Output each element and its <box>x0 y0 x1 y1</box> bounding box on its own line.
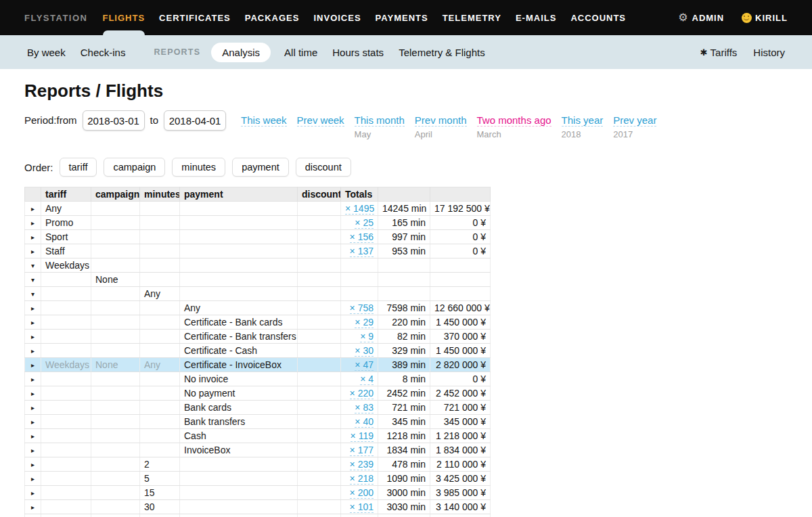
table-row[interactable]: ▸Promo× 25165 min0 ¥ <box>25 216 491 230</box>
table-row[interactable]: ▾Weekdays <box>25 258 491 273</box>
table-row[interactable]: ▸5× 2181090 min3 425 000 ¥ <box>25 472 491 486</box>
table-row[interactable]: ▸Weekends× 4194532 min4 532 500 ¥ <box>25 514 491 517</box>
subnav-item-by-week[interactable]: By week <box>27 47 66 58</box>
table-row[interactable]: ▸Certificate - Cash× 30329 min1 450 000 … <box>25 344 491 358</box>
expand-toggle-icon[interactable]: ▾ <box>25 273 41 287</box>
table-row[interactable]: ▸2× 239478 min2 110 000 ¥ <box>25 457 491 472</box>
table-row[interactable]: ▸Any× 7587598 min12 660 000 ¥ <box>25 301 491 315</box>
count-link[interactable]: × 137 <box>350 246 374 257</box>
expand-toggle-icon[interactable]: ▸ <box>25 457 41 472</box>
expand-toggle-icon[interactable]: ▸ <box>25 216 41 230</box>
expand-toggle-icon[interactable]: ▸ <box>25 443 41 457</box>
table-row[interactable]: ▸WeekdaysNoneAnyCertificate - InvoiceBox… <box>25 358 491 372</box>
order-button-discount[interactable]: discount <box>296 158 351 177</box>
expand-toggle-icon[interactable]: ▸ <box>25 372 41 386</box>
count-link[interactable]: × 200 <box>350 487 374 499</box>
expand-toggle-icon[interactable]: ▸ <box>25 330 41 344</box>
admin-menu[interactable]: ⚙ ADMIN <box>678 12 724 23</box>
count-link[interactable]: × 218 <box>350 473 374 485</box>
expand-toggle-icon[interactable]: ▸ <box>25 230 41 244</box>
topnav-item-packages[interactable]: PACKAGES <box>245 0 300 35</box>
quick-link-label[interactable]: Prev week <box>297 114 344 127</box>
table-row[interactable]: ▸Bank cards× 83721 min721 000 ¥ <box>25 401 491 415</box>
quick-link-label[interactable]: This week <box>241 114 287 127</box>
count-link[interactable]: × 119 <box>351 430 374 442</box>
expand-toggle-icon[interactable]: ▸ <box>25 472 41 486</box>
quick-link-label[interactable]: This year <box>562 114 604 127</box>
table-row[interactable]: ▸Staff× 137953 min0 ¥ <box>25 244 491 258</box>
count-link[interactable]: × 25 <box>355 217 374 229</box>
count-link[interactable]: × 156 <box>350 231 374 243</box>
tab-analysis[interactable]: Analysis <box>211 43 271 62</box>
expand-toggle-icon[interactable]: ▸ <box>25 315 41 330</box>
tariffs-link[interactable]: ✱ Tariffs <box>700 47 738 58</box>
count-link[interactable]: × 40 <box>355 416 374 428</box>
expand-toggle-icon[interactable]: ▾ <box>25 258 41 273</box>
count-link[interactable]: × 101 <box>350 501 374 513</box>
expand-toggle-icon[interactable]: ▸ <box>25 386 41 401</box>
quick-link-label[interactable]: Two months ago <box>477 114 551 127</box>
expand-toggle-icon[interactable]: ▸ <box>25 429 41 443</box>
topnav-item-telemetry[interactable]: TELEMETRY <box>443 0 501 35</box>
count-link[interactable]: × 220 <box>350 388 374 399</box>
table-row[interactable]: ▸Certificate - Bank cards× 29220 min1 45… <box>25 315 491 330</box>
topnav-item-flights[interactable]: FLIGHTS <box>102 0 145 35</box>
topnav-item-e-mails[interactable]: E-MAILS <box>516 0 556 35</box>
table-row[interactable]: ▸Cash× 1191218 min1 218 000 ¥ <box>25 429 491 443</box>
quick-link-label[interactable]: Prev month <box>415 114 467 127</box>
count-link[interactable]: × 1495 <box>345 203 374 215</box>
count-link[interactable]: × 758 <box>350 302 374 314</box>
expand-toggle-icon[interactable]: ▾ <box>25 287 41 301</box>
expand-toggle-icon[interactable]: ▸ <box>25 358 41 372</box>
tab-telemetry-flights[interactable]: Telemetry & Flights <box>397 43 487 62</box>
count-link[interactable]: × 30 <box>355 345 374 357</box>
expand-toggle-icon[interactable]: ▸ <box>25 344 41 358</box>
user-menu[interactable]: KIRILL <box>742 13 788 23</box>
expand-toggle-icon[interactable]: ▸ <box>25 244 41 258</box>
expand-toggle-icon[interactable]: ▸ <box>25 202 41 216</box>
topnav-item-payments[interactable]: PAYMENTS <box>376 0 428 35</box>
subnav-item-check-ins[interactable]: Check-ins <box>81 47 126 58</box>
table-row[interactable]: ▸Certificate - Bank transfers× 982 min37… <box>25 330 491 344</box>
period-to-input[interactable] <box>164 110 226 131</box>
expand-toggle-icon[interactable]: ▸ <box>25 415 41 429</box>
expand-toggle-icon[interactable]: ▸ <box>25 514 41 517</box>
expand-toggle-icon[interactable]: ▸ <box>25 486 41 500</box>
count-link[interactable]: × 177 <box>350 445 374 456</box>
totals-column-header: Totals <box>341 187 378 202</box>
count-link[interactable]: × 29 <box>355 317 374 328</box>
table-row[interactable]: ▾Any <box>25 287 491 301</box>
quick-link-label[interactable]: This month <box>355 114 405 127</box>
count-link[interactable]: × 47 <box>355 359 374 371</box>
tab-hours-stats[interactable]: Hours stats <box>331 43 385 62</box>
expand-toggle-icon[interactable]: ▸ <box>25 401 41 415</box>
table-row[interactable]: ▸InvoiceBox× 1771834 min1 834 000 ¥ <box>25 443 491 457</box>
quick-link-label[interactable]: Prev year <box>613 114 656 127</box>
expand-toggle-icon[interactable]: ▸ <box>25 500 41 514</box>
table-row[interactable]: ▸No invoice× 48 min0 ¥ <box>25 372 491 386</box>
order-button-tariff[interactable]: tariff <box>60 158 97 177</box>
table-row[interactable]: ▸30× 1013030 min3 140 000 ¥ <box>25 500 491 514</box>
order-button-payment[interactable]: payment <box>232 158 289 177</box>
cell-minutes <box>140 216 180 230</box>
order-button-minutes[interactable]: minutes <box>172 158 225 177</box>
topnav-item-certificates[interactable]: CERTIFICATES <box>159 0 231 35</box>
order-button-campaign[interactable]: campaign <box>104 158 165 177</box>
count-link[interactable]: × 239 <box>350 459 374 470</box>
tab-all-time[interactable]: All time <box>283 43 319 62</box>
user-label: KIRILL <box>755 13 788 23</box>
count-link[interactable]: × 4 <box>360 374 374 385</box>
expand-toggle-icon[interactable]: ▸ <box>25 301 41 315</box>
period-from-input[interactable] <box>83 110 145 131</box>
table-row[interactable]: ▸No payment× 2202452 min2 452 000 ¥ <box>25 386 491 401</box>
table-row[interactable]: ▸15× 2003000 min3 985 000 ¥ <box>25 486 491 500</box>
table-row[interactable]: ▾None <box>25 273 491 287</box>
topnav-item-accounts[interactable]: ACCOUNTS <box>570 0 626 35</box>
table-row[interactable]: ▸Any× 149514245 min17 192 500 ¥ <box>25 202 491 216</box>
count-link[interactable]: × 9 <box>360 331 374 342</box>
table-row[interactable]: ▸Bank transfers× 40345 min345 000 ¥ <box>25 415 491 429</box>
count-link[interactable]: × 83 <box>355 402 374 413</box>
topnav-item-invoices[interactable]: INVOICES <box>313 0 361 35</box>
table-row[interactable]: ▸Sport× 156997 min0 ¥ <box>25 230 491 244</box>
history-link[interactable]: History <box>753 47 785 58</box>
